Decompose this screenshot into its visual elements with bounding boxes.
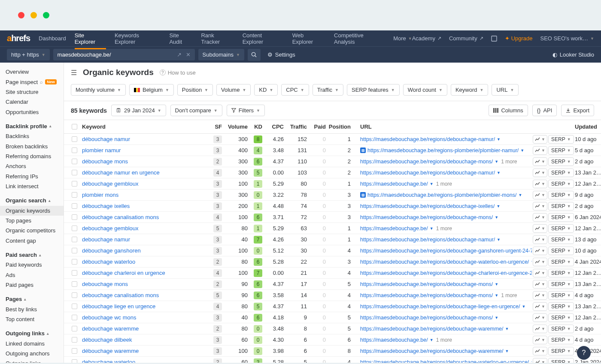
filter-traffic[interactable]: Traffic▼: [313, 84, 343, 96]
menu-icon[interactable]: ☰: [71, 69, 77, 77]
url-link[interactable]: https://maesdebouchage.be/regions/debouc…: [360, 304, 525, 310]
nav-site-audit[interactable]: Site Audit: [169, 32, 192, 45]
col-sf[interactable]: SF: [206, 123, 223, 130]
row-checkbox[interactable]: [72, 359, 77, 363]
sf-badge[interactable]: 3: [213, 135, 222, 143]
serp-button[interactable]: SERP▼: [548, 202, 574, 211]
keyword-link[interactable]: débouchage namur en urgence: [82, 169, 160, 176]
sf-badge[interactable]: 3: [213, 314, 222, 322]
nav-more[interactable]: More▼: [393, 35, 412, 42]
chart-button[interactable]: ▼: [533, 224, 547, 233]
nav-web-explorer[interactable]: Web Explorer: [292, 32, 325, 45]
url-link[interactable]: https://maesdebouchage.be/regions/debouc…: [360, 136, 501, 142]
sf-badge[interactable]: 2: [213, 258, 222, 266]
nav-dashboard[interactable]: Dashboard: [39, 35, 66, 42]
url-input[interactable]: maesdebouchage.be/ ↗ ✕: [53, 49, 195, 60]
filter-country[interactable]: Belgium▼: [129, 84, 174, 96]
url-link[interactable]: https://maesdebouchage.be/regions/debouc…: [360, 159, 498, 165]
sidebar-item-referring-ips[interactable]: Referring IPs: [0, 171, 64, 181]
keyword-link[interactable]: debouchage canalisation mons: [82, 292, 159, 298]
filter-word-count[interactable]: Word count▼: [403, 84, 447, 96]
sidebar-item-organic-competitors[interactable]: Organic competitors: [0, 226, 64, 235]
url-link[interactable]: https://maesdebouchage.be/regions/debouc…: [360, 281, 498, 287]
sidebar-item-referring-domains[interactable]: Referring domains: [0, 151, 64, 161]
sidebar-item-overview[interactable]: Overview: [0, 67, 64, 77]
url-link[interactable]: https://maesdebouchage.be/regions/debouc…: [360, 359, 532, 363]
keyword-link[interactable]: débouchage waremme: [82, 348, 139, 354]
keyword-link[interactable]: débouchage charleroi en urgence: [82, 270, 165, 276]
sidebar-item-outgoing-anchors[interactable]: Outgoing anchors: [0, 349, 64, 358]
serp-button[interactable]: SERP▼: [548, 313, 574, 322]
keyword-link[interactable]: débouchage ixelles: [82, 203, 130, 209]
api-button[interactable]: {}API: [532, 105, 557, 116]
keyword-link[interactable]: plombier namur: [82, 147, 121, 153]
workspace-switcher[interactable]: SEO SEO's work…▼: [540, 35, 594, 42]
sf-badge[interactable]: 3: [213, 191, 222, 199]
serp-button[interactable]: SERP▼: [548, 135, 574, 144]
row-checkbox[interactable]: [72, 304, 77, 309]
sf-badge[interactable]: 2: [213, 325, 222, 333]
sf-badge[interactable]: 3: [213, 347, 222, 355]
sidebar-header-paid-search[interactable]: Paid search▴: [0, 249, 64, 260]
row-checkbox[interactable]: [72, 181, 77, 187]
upgrade-button[interactable]: ✦Upgrade: [505, 35, 533, 42]
chart-button[interactable]: ▼: [533, 146, 547, 155]
filter-volume[interactable]: Volume▼: [216, 84, 251, 96]
chart-button[interactable]: ▼: [533, 358, 547, 363]
sidebar-item-site-structure[interactable]: Site structure: [0, 87, 64, 97]
url-link[interactable]: ⊞https://maesdebouchage.be/regions-plomb…: [360, 192, 522, 198]
sidebar-item-top-content[interactable]: Top content: [0, 314, 64, 324]
url-link[interactable]: https://maesdebouchage.be/regions/debouc…: [360, 348, 509, 354]
keyword-link[interactable]: debouchage mons: [82, 281, 128, 287]
sidebar-item-linked-domains[interactable]: Linked domains: [0, 338, 64, 348]
chart-button[interactable]: ▼: [533, 302, 547, 311]
keyword-link[interactable]: debouchage gembloux: [82, 225, 139, 232]
sidebar-item-calendar[interactable]: Calendar: [0, 97, 64, 107]
sidebar-item-opportunities[interactable]: Opportunities: [0, 107, 64, 117]
keyword-link[interactable]: débouchage waterloo: [82, 259, 135, 265]
row-checkbox[interactable]: [72, 259, 77, 265]
maximize-window-icon[interactable]: [43, 12, 49, 18]
chart-button[interactable]: ▼: [533, 135, 547, 144]
url-link[interactable]: ⊞https://maesdebouchage.be/regions-plomb…: [360, 147, 524, 153]
row-checkbox[interactable]: [72, 147, 77, 153]
col-traffic[interactable]: Traffic: [285, 123, 308, 130]
url-link[interactable]: https://maesdebouchage.be/ ▼: [360, 181, 434, 187]
search-button[interactable]: [248, 49, 261, 61]
serp-button[interactable]: SERP▼: [548, 269, 574, 277]
row-checkbox[interactable]: [72, 203, 77, 209]
sf-badge[interactable]: 2: [213, 158, 222, 165]
url-link[interactable]: https://maesdebouchage.be/regions/debouc…: [360, 170, 501, 176]
url-link[interactable]: https://maesdebouchage.be/regions/debouc…: [360, 203, 500, 209]
filter-keyword[interactable]: Keyword▼: [451, 84, 489, 96]
keyword-link[interactable]: debouchage wc mons: [82, 314, 136, 321]
serp-button[interactable]: SERP▼: [548, 157, 574, 166]
keyword-link[interactable]: debouchage waremme: [82, 325, 139, 332]
col-cpc[interactable]: CPC: [263, 123, 285, 130]
row-checkbox[interactable]: [72, 292, 77, 298]
serp-button[interactable]: SERP▼: [548, 213, 574, 222]
export-button[interactable]: Export: [561, 105, 594, 116]
keyword-link[interactable]: débouchage mons: [82, 158, 128, 165]
sidebar-header-pages[interactable]: Pages▴: [0, 293, 64, 304]
appearance-toggle-icon[interactable]: [491, 36, 497, 42]
filters-button[interactable]: Filters▼: [227, 105, 265, 116]
serp-button[interactable]: SERP▼: [548, 247, 574, 255]
url-link[interactable]: https://maesdebouchage.be/regions/debouc…: [360, 292, 498, 298]
chart-button[interactable]: ▼: [533, 336, 547, 344]
sidebar-header-backlink[interactable]: Backlink profile▴: [0, 120, 64, 131]
protocol-dropdown[interactable]: http + https▼: [7, 49, 50, 60]
chart-button[interactable]: ▼: [533, 213, 547, 222]
url-link[interactable]: https://maesdebouchage.be/regions/debouc…: [360, 315, 498, 321]
sf-badge[interactable]: 2: [213, 280, 222, 288]
select-all-checkbox[interactable]: [72, 124, 77, 129]
row-checkbox[interactable]: [72, 315, 77, 320]
url-link[interactable]: https://maesdebouchage.be/regions/debouc…: [360, 270, 532, 276]
sf-badge[interactable]: 5: [213, 225, 222, 232]
keyword-link[interactable]: plombier mons: [82, 192, 118, 198]
url-link[interactable]: https://maesdebouchage.be/regions/debouc…: [360, 214, 498, 220]
keyword-link[interactable]: débouchage gembloux: [82, 180, 139, 187]
sidebar-item-ads[interactable]: Ads: [0, 270, 64, 280]
chart-button[interactable]: ▼: [533, 347, 547, 355]
nav-competitive-analysis[interactable]: Competitive Analysis: [334, 32, 385, 45]
